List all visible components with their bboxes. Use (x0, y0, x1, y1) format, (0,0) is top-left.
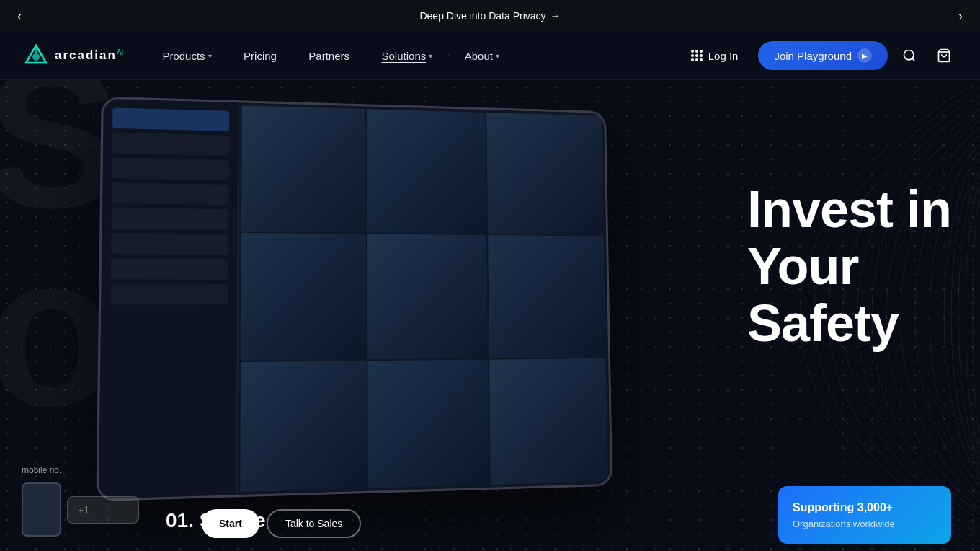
logo-ai-badge: AI (117, 48, 123, 56)
svg-point-3 (904, 50, 914, 60)
logo[interactable]: arcadianAI (23, 43, 123, 69)
announcement-prev-button[interactable]: ‹ (6, 3, 33, 30)
tablet-device (108, 102, 656, 534)
about-chevron-icon: ▾ (496, 52, 499, 60)
announcement-message: Deep Dive into Data Privacy (419, 10, 545, 22)
logo-text: arcadianAI (55, 48, 123, 63)
hero-text: Invest in Your Safety (747, 181, 951, 353)
sidebar-item (110, 283, 228, 304)
login-label: Log In (708, 50, 739, 62)
bg-text-o: o (0, 239, 110, 423)
cart-icon (937, 48, 951, 63)
svg-point-1 (32, 53, 40, 61)
sidebar-item (111, 233, 228, 255)
supporting-subtitle: Organizations worldwide (793, 519, 937, 529)
announcement-text: Deep Dive into Data Privacy → (419, 10, 560, 22)
grid-icon (691, 50, 703, 61)
mobile-input-row (22, 482, 139, 537)
cta-buttons: Start Talk to Sales (202, 509, 361, 538)
nav-separator-4: · (445, 49, 451, 62)
play-icon: ▶ (858, 48, 872, 63)
sidebar-item (112, 158, 229, 180)
search-button[interactable] (896, 43, 922, 69)
announcement-next-button[interactable]: › (947, 3, 974, 30)
nav-separator-2: · (290, 49, 295, 62)
sidebar-item (112, 182, 229, 205)
login-button[interactable]: Log In (680, 44, 750, 68)
talk-to-sales-button[interactable]: Talk to Sales (267, 509, 361, 538)
camera-feed-8 (368, 360, 489, 488)
nav-separator-1: · (225, 49, 231, 62)
sidebar-item (112, 107, 229, 131)
mobile-label: mobile no. (22, 465, 139, 475)
announcement-arrow: → (551, 10, 561, 22)
nav-partners[interactable]: Partners (298, 44, 360, 68)
sidebar-item (111, 208, 228, 229)
start-button[interactable]: Start (202, 509, 259, 538)
solutions-chevron-icon: ▾ (429, 52, 432, 60)
camera-grid (237, 102, 610, 495)
hero-title-line2: Your (747, 237, 859, 295)
nav-about[interactable]: About ▾ (455, 44, 509, 68)
join-button[interactable]: Join Playground ▶ (758, 41, 888, 70)
sidebar-item (111, 258, 229, 279)
phone-preview (22, 482, 61, 537)
announcement-bar: ‹ Deep Dive into Data Privacy → › (0, 0, 980, 32)
announcement-link[interactable]: Deep Dive into Data Privacy → (419, 10, 560, 22)
hero-section: S o (0, 80, 980, 551)
join-label: Join Playground (774, 50, 852, 62)
nav-pricing[interactable]: Pricing (233, 44, 287, 68)
tablet-sidebar (99, 99, 239, 499)
nav-separator-3: · (362, 49, 368, 62)
vertical-divider (656, 138, 656, 325)
bottom-left-ui: mobile no. (22, 465, 139, 537)
camera-feed-5 (367, 234, 488, 359)
sidebar-item (112, 133, 229, 156)
tablet-screen (99, 99, 611, 499)
mobile-input[interactable] (67, 496, 139, 524)
camera-feed-9 (489, 358, 607, 485)
nav-links: Products ▾ · Pricing · Partners · Soluti… (152, 44, 679, 68)
search-icon (902, 48, 917, 63)
supporting-card: Supporting 3,000+ Organizations worldwid… (778, 486, 951, 544)
navigation: arcadianAI Products ▾ · Pricing · Partne… (0, 32, 980, 80)
camera-feed-4 (241, 233, 366, 361)
camera-feed-1 (241, 105, 365, 232)
nav-products[interactable]: Products ▾ (152, 44, 221, 68)
logo-icon (23, 43, 49, 69)
hero-title-line3: Safety (747, 294, 899, 352)
camera-feed-3 (487, 113, 604, 235)
cart-button[interactable] (931, 43, 957, 69)
nav-solutions[interactable]: Solutions ▾ (372, 44, 443, 68)
hero-title: Invest in Your Safety (747, 181, 951, 353)
bg-text-s: S (0, 80, 113, 223)
products-chevron-icon: ▾ (208, 52, 212, 60)
logo-wordmark: arcadian (55, 48, 117, 62)
nav-actions: Log In Join Playground ▶ (680, 41, 957, 70)
hero-title-line1: Invest in (747, 180, 951, 238)
tablet-frame (96, 97, 612, 501)
camera-feed-7 (240, 361, 366, 492)
supporting-title: Supporting 3,000+ (793, 501, 937, 516)
camera-feed-2 (367, 109, 487, 234)
camera-feed-6 (488, 235, 605, 358)
